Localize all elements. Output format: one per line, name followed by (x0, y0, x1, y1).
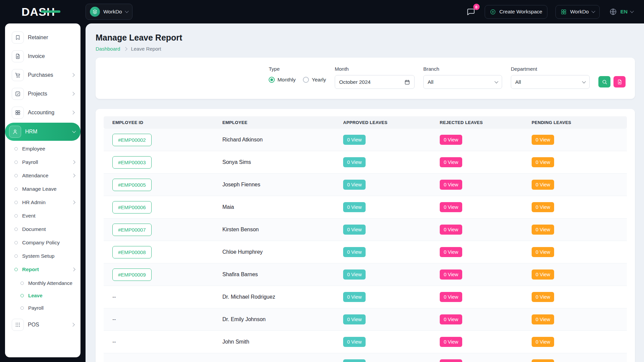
employee-name: Chloe Humphrey (222, 249, 343, 255)
logo-container: DASH (0, 5, 86, 18)
sidebar-item-invoice[interactable]: Invoice (8, 47, 77, 66)
table-header-row: EMPLOYEE IDEMPLOYEEAPPROVED LEAVESREJECT… (104, 116, 627, 129)
approved-leaves-badge[interactable]: 0 View (343, 247, 366, 257)
approved-leaves-badge[interactable]: 0 View (343, 225, 366, 235)
sidebar-item-leave[interactable]: Leave (18, 289, 77, 302)
approved-leaves-badge[interactable]: 0 View (343, 202, 366, 212)
language-selector[interactable]: EN (608, 6, 635, 17)
month-input[interactable]: October 2024 (335, 75, 415, 89)
employee-id-cell: #EMP00005 (112, 179, 222, 191)
pending-leaves-badge[interactable]: 0 View (532, 180, 554, 190)
employee-id-badge[interactable]: #EMP00007 (112, 224, 152, 236)
sidebar-item-label: Monthly Attendance (28, 280, 72, 286)
employee-name: John Smith (222, 339, 343, 345)
pending-leaves-badge[interactable]: 0 View (532, 314, 554, 324)
rejected-leaves-badge[interactable]: 0 View (440, 180, 462, 190)
breadcrumb-dashboard-link[interactable]: Dashboard (96, 46, 120, 52)
sidebar-item-hrm[interactable]: HRM (5, 123, 80, 141)
pending-leaves-badge[interactable]: 0 View (532, 247, 554, 257)
rejected-cell: 0 View (440, 314, 532, 324)
pending-leaves-badge[interactable]: 0 View (532, 157, 554, 167)
approved-cell: 0 View (343, 292, 440, 302)
sidebar-item-employee[interactable]: Employee (11, 142, 77, 156)
sidebar-item-purchases[interactable]: Purchases (8, 66, 77, 84)
bullet-icon (14, 187, 18, 191)
rejected-leaves-badge[interactable]: 0 View (440, 292, 462, 302)
rejected-leaves-badge[interactable]: 0 View (440, 314, 462, 324)
sidebar-item-document[interactable]: Document (11, 223, 77, 236)
type-radio-yearly[interactable]: Yearly (303, 77, 326, 83)
sidebar-item-payroll[interactable]: Payroll (11, 156, 77, 169)
type-radio-monthly[interactable]: Monthly (269, 77, 296, 83)
pending-cell: 0 View (532, 337, 627, 347)
employee-id-badge[interactable]: #EMP00008 (112, 246, 152, 258)
approved-leaves-badge[interactable]: 0 View (343, 292, 366, 302)
approved-leaves-badge[interactable]: 0 View (343, 135, 366, 145)
grid-icon (560, 9, 567, 15)
pending-leaves-badge[interactable]: 0 View (532, 202, 554, 212)
chevron-right-icon (71, 174, 75, 178)
sidebar-item-accounting[interactable]: Accounting (8, 103, 77, 122)
rejected-leaves-badge[interactable]: 0 View (440, 337, 462, 347)
approved-leaves-badge[interactable]: 0 View (343, 337, 366, 347)
pending-leaves-badge[interactable]: 0 View (532, 225, 554, 235)
sidebar-item-manage-leave[interactable]: Manage Leave (11, 182, 77, 196)
pending-leaves-badge[interactable]: 0 View (532, 292, 554, 302)
workspace-menu-button[interactable]: WorkDo (555, 5, 600, 19)
pending-leaves-badge[interactable]: 0 View (532, 359, 554, 362)
purchases-icon (12, 69, 24, 81)
sidebar-item-retainer[interactable]: Retainer (8, 28, 77, 47)
employee-id-badge[interactable]: #EMP00005 (112, 179, 152, 191)
app-logo[interactable]: DASH (21, 5, 55, 18)
chevron-right-icon (71, 268, 75, 272)
sidebar-item-hr-admin[interactable]: HR Admin (11, 196, 77, 209)
pending-leaves-badge[interactable]: 0 View (532, 337, 554, 347)
branch-select[interactable]: All (423, 75, 502, 89)
sidebar-item-projects[interactable]: Projects (8, 84, 77, 103)
rejected-cell: 0 View (440, 157, 532, 167)
employee-id-cell: -- (112, 294, 222, 300)
radio-control-icon[interactable] (303, 77, 309, 83)
sidebar-item-report[interactable]: Report (11, 263, 77, 276)
employee-id-badge[interactable]: #EMP00009 (112, 268, 152, 281)
month-value: October 2024 (339, 79, 371, 85)
sidebar-item-event[interactable]: Event (11, 209, 77, 223)
create-workspace-button[interactable]: Create Workspace (485, 5, 547, 19)
table-row: #EMP00002Richard Atkinson0 View0 View0 V… (104, 129, 627, 151)
search-button[interactable] (598, 76, 610, 87)
rejected-leaves-badge[interactable]: 0 View (440, 269, 462, 280)
sidebar-item-label: Company Policy (22, 240, 60, 246)
employee-id-badge[interactable]: #EMP00006 (112, 201, 152, 214)
approved-leaves-badge[interactable]: 0 View (343, 359, 366, 362)
pending-cell: 0 View (532, 135, 627, 145)
workspace-switcher[interactable]: WorkDo (86, 4, 132, 20)
pos-icon (12, 319, 24, 331)
approved-leaves-badge[interactable]: 0 View (343, 314, 366, 324)
rejected-leaves-badge[interactable]: 0 View (440, 157, 462, 167)
sidebar-item-company-policy[interactable]: Company Policy (11, 236, 77, 249)
chevron-down-icon (582, 79, 586, 83)
export-button[interactable] (613, 76, 626, 87)
sidebar-item-attendance[interactable]: Attendance (11, 169, 77, 182)
department-select[interactable]: All (511, 75, 590, 89)
rejected-leaves-badge[interactable]: 0 View (440, 247, 462, 257)
pending-leaves-badge[interactable]: 0 View (532, 269, 554, 280)
messages-button[interactable]: 0 (465, 6, 477, 17)
approved-leaves-badge[interactable]: 0 View (343, 157, 366, 167)
employee-id-badge[interactable]: #EMP00002 (112, 134, 152, 146)
bullet-icon (20, 306, 24, 310)
rejected-leaves-badge[interactable]: 0 View (440, 359, 462, 362)
rejected-leaves-badge[interactable]: 0 View (440, 225, 462, 235)
sidebar-item-monthly-attendance[interactable]: Monthly Attendance (18, 277, 77, 289)
radio-control-icon[interactable] (269, 77, 275, 83)
create-workspace-label: Create Workspace (499, 9, 542, 15)
rejected-leaves-badge[interactable]: 0 View (440, 135, 462, 145)
approved-leaves-badge[interactable]: 0 View (343, 269, 366, 280)
sidebar-item-payroll-report[interactable]: Payroll (18, 302, 77, 314)
sidebar-item-system-setup[interactable]: System Setup (11, 249, 77, 263)
pending-leaves-badge[interactable]: 0 View (532, 135, 554, 145)
employee-id-badge[interactable]: #EMP00003 (112, 156, 152, 169)
rejected-leaves-badge[interactable]: 0 View (440, 202, 462, 212)
approved-leaves-badge[interactable]: 0 View (343, 180, 366, 190)
sidebar-item-pos[interactable]: POS (8, 315, 77, 334)
